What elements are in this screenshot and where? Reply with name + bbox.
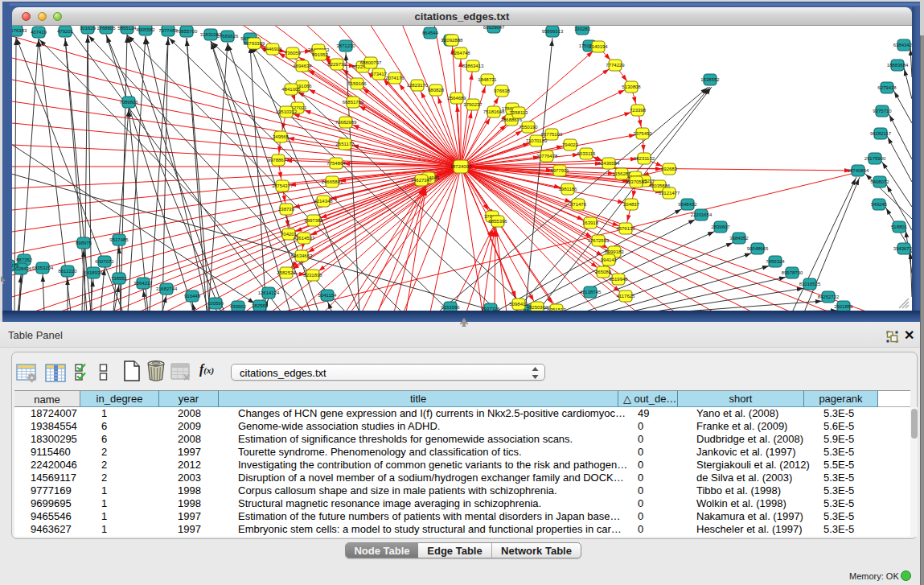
svg-text:692683: 692683 xyxy=(661,167,678,171)
svg-text:84252722: 84252722 xyxy=(818,295,840,299)
svg-text:6279418: 6279418 xyxy=(877,85,897,90)
svg-text:5977931: 5977931 xyxy=(550,168,569,173)
svg-text:19510312: 19510312 xyxy=(276,109,298,114)
svg-text:2582524: 2582524 xyxy=(277,270,296,275)
svg-text:2564689: 2564689 xyxy=(447,96,466,101)
svg-text:68800797: 68800797 xyxy=(360,60,382,65)
svg-text:83863413: 83863413 xyxy=(462,64,484,68)
svg-text:66851760: 66851760 xyxy=(343,100,364,105)
svg-text:1768805: 1768805 xyxy=(97,26,116,31)
svg-text:163918: 163918 xyxy=(582,220,599,225)
svg-text:330283: 330283 xyxy=(574,27,591,31)
svg-text:8612220: 8612220 xyxy=(58,269,77,274)
svg-text:9153566: 9153566 xyxy=(441,305,460,310)
svg-text:7455324: 7455324 xyxy=(766,259,785,264)
svg-text:31682744: 31682744 xyxy=(156,286,178,291)
svg-text:90048665: 90048665 xyxy=(747,246,769,251)
svg-text:4694634: 4694634 xyxy=(293,64,312,68)
svg-text:89978790: 89978790 xyxy=(782,270,803,275)
svg-text:871476: 871476 xyxy=(570,202,587,207)
svg-text:794022: 794022 xyxy=(562,142,579,147)
svg-text:6007072: 6007072 xyxy=(95,259,114,264)
svg-text:738551: 738551 xyxy=(111,276,128,281)
svg-text:18724007: 18724007 xyxy=(450,164,472,169)
svg-text:28740864: 28740864 xyxy=(848,168,869,173)
svg-text:891952: 891952 xyxy=(312,52,329,57)
svg-text:2264748: 2264748 xyxy=(451,51,470,56)
svg-text:1981186: 1981186 xyxy=(559,187,578,192)
svg-text:5041154: 5041154 xyxy=(318,293,338,298)
svg-text:439902: 439902 xyxy=(230,304,247,309)
svg-text:42614537: 42614537 xyxy=(294,236,315,241)
svg-text:18883684: 18883684 xyxy=(887,63,909,68)
svg-text:100599: 100599 xyxy=(207,301,224,306)
svg-text:7754864: 7754864 xyxy=(326,161,346,166)
svg-text:39436733: 39436733 xyxy=(893,246,912,251)
svg-text:5855124: 5855124 xyxy=(117,26,137,31)
svg-text:7774229: 7774229 xyxy=(606,63,625,68)
svg-text:24972279: 24972279 xyxy=(12,263,19,268)
svg-text:8999183: 8999183 xyxy=(605,249,624,254)
svg-text:42138745: 42138745 xyxy=(580,290,602,295)
svg-text:4905582: 4905582 xyxy=(136,27,155,32)
svg-text:4841005: 4841005 xyxy=(281,87,301,92)
svg-text:5130808: 5130808 xyxy=(622,84,641,89)
svg-text:95899313: 95899313 xyxy=(542,29,564,34)
svg-text:7089806: 7089806 xyxy=(119,100,138,105)
svg-text:66775103: 66775103 xyxy=(541,132,563,137)
svg-text:72092888: 72092888 xyxy=(441,38,463,43)
svg-text:994141: 994141 xyxy=(601,257,618,262)
svg-text:3871230: 3871230 xyxy=(336,43,355,48)
svg-text:2839607: 2839607 xyxy=(711,225,730,229)
svg-text:518801: 518801 xyxy=(891,225,908,229)
svg-text:99788677: 99788677 xyxy=(268,158,290,163)
svg-text:9997381: 9997381 xyxy=(304,218,323,223)
svg-text:96282117: 96282117 xyxy=(870,131,892,136)
svg-text:9517485: 9517485 xyxy=(109,237,129,242)
svg-text:6033115: 6033115 xyxy=(577,151,597,156)
svg-text:81016525: 81016525 xyxy=(799,282,821,286)
svg-text:20576383: 20576383 xyxy=(12,28,27,33)
svg-text:24665841: 24665841 xyxy=(322,179,343,184)
svg-text:887352: 887352 xyxy=(16,257,33,262)
svg-text:6229731: 6229731 xyxy=(327,62,347,67)
svg-text:48250360: 48250360 xyxy=(527,305,548,310)
svg-text:17672593: 17672593 xyxy=(588,238,610,243)
svg-text:723398: 723398 xyxy=(630,108,647,113)
svg-text:2651177: 2651177 xyxy=(336,142,355,146)
svg-text:1156287: 1156287 xyxy=(613,171,632,176)
svg-text:12614124: 12614124 xyxy=(258,290,280,295)
svg-text:549245: 549245 xyxy=(871,202,888,207)
svg-text:98231132: 98231132 xyxy=(634,156,655,161)
svg-text:6855396: 6855396 xyxy=(488,219,507,224)
svg-text:265080: 265080 xyxy=(595,270,612,274)
svg-text:64634663: 64634663 xyxy=(291,253,313,258)
svg-text:22201654: 22201654 xyxy=(691,212,713,217)
svg-text:349565: 349565 xyxy=(273,134,290,139)
svg-text:2921859: 2921859 xyxy=(834,304,853,309)
svg-text:204837: 204837 xyxy=(623,202,640,207)
svg-text:63843426: 63843426 xyxy=(893,43,912,47)
svg-text:70855700: 70855700 xyxy=(176,29,198,34)
svg-text:3684052: 3684052 xyxy=(729,236,749,241)
svg-text:1538552: 1538552 xyxy=(700,77,720,82)
svg-text:4214348: 4214348 xyxy=(314,199,333,204)
svg-text:83793389: 83793389 xyxy=(244,41,265,46)
svg-text:63121477: 63121477 xyxy=(659,191,680,196)
svg-text:680828: 680828 xyxy=(428,88,445,93)
svg-text:4117625: 4117625 xyxy=(617,294,636,299)
svg-text:30776478: 30776478 xyxy=(536,154,558,159)
svg-text:8231838: 8231838 xyxy=(303,273,322,278)
svg-text:976638: 976638 xyxy=(494,89,511,93)
svg-text:52436584: 52436584 xyxy=(598,161,620,166)
svg-text:12823170: 12823170 xyxy=(407,83,429,88)
svg-text:2074176: 2074176 xyxy=(385,76,405,80)
svg-text:71070189: 71070189 xyxy=(526,138,548,143)
svg-text:182582: 182582 xyxy=(252,303,269,308)
svg-text:3564217: 3564217 xyxy=(133,281,153,286)
svg-text:38754377: 38754377 xyxy=(272,183,294,188)
svg-text:736059: 736059 xyxy=(285,51,302,56)
svg-text:3790237: 3790237 xyxy=(463,102,483,107)
svg-text:5446912: 5446912 xyxy=(263,47,282,51)
svg-text:72682989: 72682989 xyxy=(335,120,357,125)
